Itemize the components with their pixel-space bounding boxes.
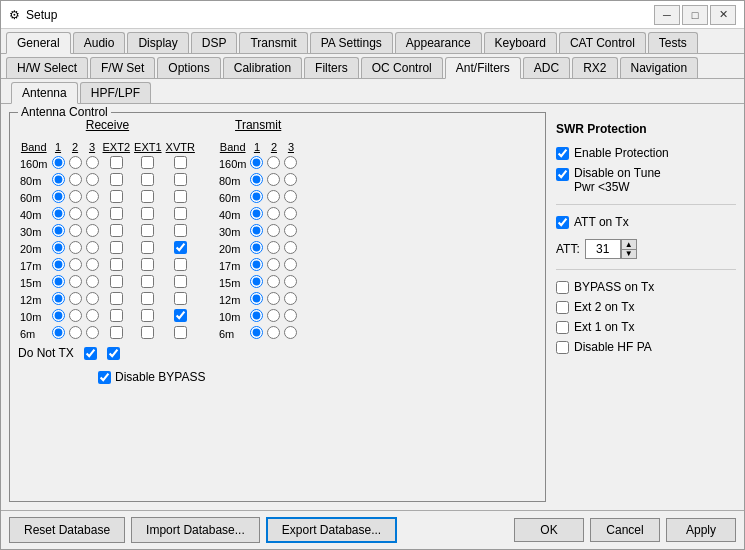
ext2-on-tx-checkbox[interactable] bbox=[556, 301, 569, 314]
rx-17m-ext1[interactable] bbox=[141, 258, 154, 271]
rx-20m-xvtr[interactable] bbox=[174, 241, 187, 254]
rx-10m-3[interactable] bbox=[86, 309, 99, 322]
rx-17m-xvtr[interactable] bbox=[174, 258, 187, 271]
tx-17m-2[interactable] bbox=[267, 258, 280, 271]
minimize-button[interactable]: ─ bbox=[654, 5, 680, 25]
tx-30m-3[interactable] bbox=[284, 224, 297, 237]
tab-general[interactable]: General bbox=[6, 32, 71, 54]
tab-audio[interactable]: Audio bbox=[73, 32, 126, 53]
tx-15m-1[interactable] bbox=[250, 275, 263, 288]
anttab-antenna[interactable]: Antenna bbox=[11, 82, 78, 104]
anttab-hpf-lpf[interactable]: HPF/LPF bbox=[80, 82, 151, 103]
disable-on-tune-checkbox[interactable] bbox=[556, 168, 569, 181]
tab-appearance[interactable]: Appearance bbox=[395, 32, 482, 53]
tx-30m-2[interactable] bbox=[267, 224, 280, 237]
rx-40m-3[interactable] bbox=[86, 207, 99, 220]
tab-transmit[interactable]: Transmit bbox=[239, 32, 307, 53]
rx-160m-ext2[interactable] bbox=[110, 156, 123, 169]
rx-20m-1[interactable] bbox=[52, 241, 65, 254]
tx-15m-2[interactable] bbox=[267, 275, 280, 288]
do-not-tx-2[interactable] bbox=[107, 347, 120, 360]
rx-20m-ext2[interactable] bbox=[110, 241, 123, 254]
rx-30m-2[interactable] bbox=[69, 224, 82, 237]
rx-60m-ext2[interactable] bbox=[110, 190, 123, 203]
rx-15m-3[interactable] bbox=[86, 275, 99, 288]
rx-60m-ext1[interactable] bbox=[141, 190, 154, 203]
tx-80m-2[interactable] bbox=[267, 173, 280, 186]
att-on-tx-checkbox[interactable] bbox=[556, 216, 569, 229]
rx-6m-2[interactable] bbox=[69, 326, 82, 339]
rx-17m-1[interactable] bbox=[52, 258, 65, 271]
rx-30m-xvtr[interactable] bbox=[174, 224, 187, 237]
tx-60m-1[interactable] bbox=[250, 190, 263, 203]
rx-10m-2[interactable] bbox=[69, 309, 82, 322]
subtab-rx2[interactable]: RX2 bbox=[572, 57, 617, 78]
tx-160m-1[interactable] bbox=[250, 156, 263, 169]
do-not-tx-1[interactable] bbox=[84, 347, 97, 360]
tab-keyboard[interactable]: Keyboard bbox=[484, 32, 557, 53]
tx-30m-1[interactable] bbox=[250, 224, 263, 237]
tx-6m-3[interactable] bbox=[284, 326, 297, 339]
rx-160m-2[interactable] bbox=[69, 156, 82, 169]
tx-6m-2[interactable] bbox=[267, 326, 280, 339]
rx-80m-ext2[interactable] bbox=[110, 173, 123, 186]
rx-60m-xvtr[interactable] bbox=[174, 190, 187, 203]
ok-button[interactable]: OK bbox=[514, 518, 584, 542]
rx-160m-ext1[interactable] bbox=[141, 156, 154, 169]
tx-60m-3[interactable] bbox=[284, 190, 297, 203]
rx-6m-xvtr[interactable] bbox=[174, 326, 187, 339]
import-database-button[interactable]: Import Database... bbox=[131, 517, 260, 543]
cancel-button[interactable]: Cancel bbox=[590, 518, 660, 542]
rx-30m-3[interactable] bbox=[86, 224, 99, 237]
tx-10m-1[interactable] bbox=[250, 309, 263, 322]
apply-button[interactable]: Apply bbox=[666, 518, 736, 542]
maximize-button[interactable]: □ bbox=[682, 5, 708, 25]
rx-12m-2[interactable] bbox=[69, 292, 82, 305]
rx-6m-ext2[interactable] bbox=[110, 326, 123, 339]
tx-6m-1[interactable] bbox=[250, 326, 263, 339]
tx-40m-2[interactable] bbox=[267, 207, 280, 220]
rx-10m-xvtr[interactable] bbox=[174, 309, 187, 322]
rx-20m-3[interactable] bbox=[86, 241, 99, 254]
rx-160m-xvtr[interactable] bbox=[174, 156, 187, 169]
tab-cat-control[interactable]: CAT Control bbox=[559, 32, 646, 53]
rx-12m-3[interactable] bbox=[86, 292, 99, 305]
rx-80m-2[interactable] bbox=[69, 173, 82, 186]
tx-20m-1[interactable] bbox=[250, 241, 263, 254]
tx-60m-2[interactable] bbox=[267, 190, 280, 203]
rx-15m-2[interactable] bbox=[69, 275, 82, 288]
tx-20m-2[interactable] bbox=[267, 241, 280, 254]
rx-40m-ext1[interactable] bbox=[141, 207, 154, 220]
disable-hf-checkbox[interactable] bbox=[556, 341, 569, 354]
rx-80m-xvtr[interactable] bbox=[174, 173, 187, 186]
rx-17m-2[interactable] bbox=[69, 258, 82, 271]
reset-database-button[interactable]: Reset Database bbox=[9, 517, 125, 543]
tx-10m-2[interactable] bbox=[267, 309, 280, 322]
rx-12m-ext2[interactable] bbox=[110, 292, 123, 305]
rx-160m-1[interactable] bbox=[52, 156, 65, 169]
rx-80m-1[interactable] bbox=[52, 173, 65, 186]
enable-protection-checkbox[interactable] bbox=[556, 147, 569, 160]
rx-6m-3[interactable] bbox=[86, 326, 99, 339]
tx-160m-3[interactable] bbox=[284, 156, 297, 169]
rx-60m-1[interactable] bbox=[52, 190, 65, 203]
export-database-button[interactable]: Export Database... bbox=[266, 517, 397, 543]
subtab-options[interactable]: Options bbox=[157, 57, 220, 78]
rx-6m-ext1[interactable] bbox=[141, 326, 154, 339]
ext1-on-tx-checkbox[interactable] bbox=[556, 321, 569, 334]
rx-15m-ext1[interactable] bbox=[141, 275, 154, 288]
att-spin-up[interactable]: ▲ bbox=[621, 239, 637, 249]
tab-tests[interactable]: Tests bbox=[648, 32, 698, 53]
rx-40m-1[interactable] bbox=[52, 207, 65, 220]
bypass-on-tx-checkbox[interactable] bbox=[556, 281, 569, 294]
disable-bypass-checkbox[interactable] bbox=[98, 371, 111, 384]
subtab-navigation[interactable]: Navigation bbox=[620, 57, 699, 78]
tx-12m-2[interactable] bbox=[267, 292, 280, 305]
tab-display[interactable]: Display bbox=[127, 32, 188, 53]
rx-60m-3[interactable] bbox=[86, 190, 99, 203]
tx-80m-1[interactable] bbox=[250, 173, 263, 186]
tab-dsp[interactable]: DSP bbox=[191, 32, 238, 53]
rx-12m-xvtr[interactable] bbox=[174, 292, 187, 305]
rx-40m-ext2[interactable] bbox=[110, 207, 123, 220]
tx-160m-2[interactable] bbox=[267, 156, 280, 169]
